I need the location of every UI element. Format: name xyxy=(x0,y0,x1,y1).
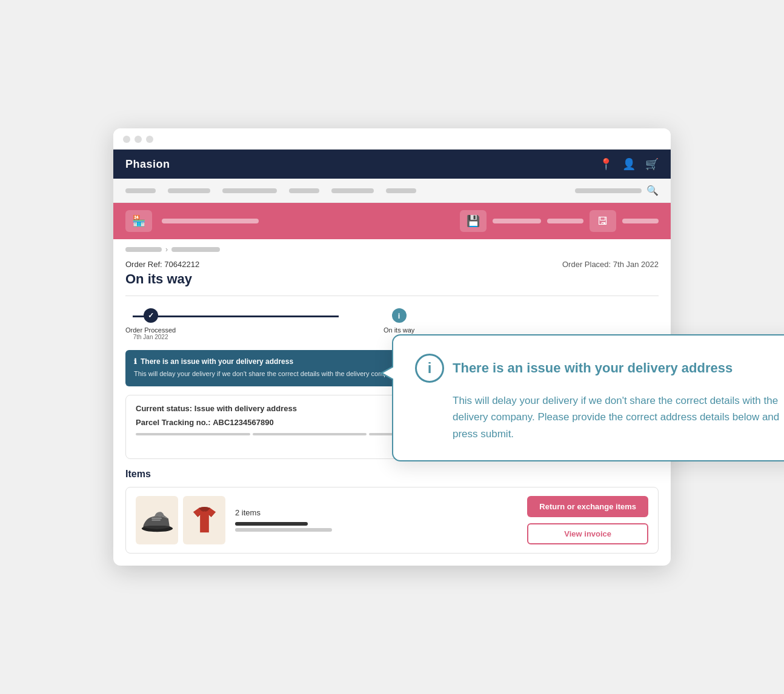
view-invoice-button[interactable]: View invoice xyxy=(527,523,648,544)
item-actions: Return or exchange items View invoice xyxy=(527,496,648,544)
toolbar-group: 💾 🖫 xyxy=(460,210,659,232)
nav-link[interactable] xyxy=(168,188,210,193)
progress-seg-1 xyxy=(136,433,250,435)
nav-link[interactable] xyxy=(331,188,374,193)
store-icon-box: 🏪 xyxy=(125,210,152,232)
item-images xyxy=(136,496,225,544)
nav-link[interactable] xyxy=(222,188,277,193)
nav-links xyxy=(125,188,416,193)
order-date: Order Placed: 7th Jan 2022 xyxy=(562,260,659,269)
secondary-nav: 🔍 xyxy=(113,179,671,203)
browser-dots xyxy=(123,136,661,143)
order-ref: Order Ref: 70642212 xyxy=(125,260,199,269)
tooltip-info-icon: i xyxy=(415,354,444,383)
location-icon[interactable]: 📍 xyxy=(599,157,613,171)
order-status: On its way xyxy=(125,271,659,287)
order-header: Order Ref: 70642212 Order Placed: 7th Ja… xyxy=(125,260,659,269)
dot-yellow xyxy=(135,136,142,143)
breadcrumb-separator: › xyxy=(165,245,168,254)
delivery-address-tooltip: i There is an issue with your delivery a… xyxy=(392,334,784,461)
search-area: 🔍 xyxy=(575,185,659,196)
dot-red xyxy=(123,136,130,143)
toolbar-placeholder-1 xyxy=(162,219,259,223)
save-icon: 💾 xyxy=(467,214,480,228)
item-bar-1 xyxy=(235,522,308,526)
toolbar-placeholder-2 xyxy=(493,219,541,223)
current-status: Current status: Issue with delivery addr… xyxy=(136,404,297,413)
dot-green xyxy=(146,136,153,143)
nav-link[interactable] xyxy=(289,188,319,193)
step-circle-processed: ✓ xyxy=(144,308,158,323)
user-icon[interactable]: 👤 xyxy=(622,157,636,171)
breadcrumb-home[interactable] xyxy=(125,247,162,252)
breadcrumb-orders[interactable] xyxy=(171,247,220,252)
return-exchange-button[interactable]: Return or exchange items xyxy=(527,496,648,517)
section-divider xyxy=(125,296,659,296)
items-card: 2 items Return or exchange items View in… xyxy=(125,487,659,554)
step-circle-onway: i xyxy=(392,308,407,323)
save-icon-2: 🖫 xyxy=(597,215,608,228)
toolbar-placeholder-4 xyxy=(622,219,659,223)
search-icon[interactable]: 🔍 xyxy=(646,185,659,196)
step-label-2: On its way xyxy=(384,326,414,334)
item-image-shirt xyxy=(183,496,225,544)
progress-step-2: i On its way xyxy=(384,308,414,334)
item-count: 2 items xyxy=(235,508,517,517)
item-image-shoe xyxy=(136,496,178,544)
search-placeholder xyxy=(575,188,642,193)
toolbar-placeholder-3 xyxy=(547,219,583,223)
toolbar-save-icon-2: 🖫 xyxy=(590,210,616,232)
step-label-1: Order Processed xyxy=(125,326,176,334)
store-icon: 🏪 xyxy=(132,214,145,228)
nav-link[interactable] xyxy=(125,188,156,193)
items-section: Items xyxy=(125,469,659,554)
nav-icons: 📍 👤 🛒 xyxy=(599,157,659,171)
tooltip-title: There is an issue with your delivery add… xyxy=(453,360,733,377)
item-bar-2 xyxy=(235,528,332,532)
progress-seg-2 xyxy=(253,433,367,435)
svg-rect-1 xyxy=(151,517,162,519)
item-info: 2 items xyxy=(235,508,517,532)
cart-icon[interactable]: 🛒 xyxy=(645,157,659,171)
tooltip-body: This will delay your delivery if we don'… xyxy=(415,392,781,442)
toolbar-save-icon: 💾 xyxy=(460,210,487,232)
items-title: Items xyxy=(125,469,659,480)
site-logo: Phasion xyxy=(125,158,170,171)
svg-rect-2 xyxy=(151,520,161,521)
pink-toolbar: 🏪 💾 🖫 xyxy=(113,203,671,239)
nav-bar: Phasion 📍 👤 🛒 xyxy=(113,150,671,179)
progress-step-1: ✓ Order Processed 7th Jan 2022 xyxy=(125,308,176,340)
step-date-1: 7th Jan 2022 xyxy=(133,334,168,340)
alert-inner-icon: ℹ xyxy=(134,357,137,366)
tooltip-header: i There is an issue with your delivery a… xyxy=(415,354,781,383)
nav-link[interactable] xyxy=(386,188,416,193)
breadcrumb: › xyxy=(113,239,671,260)
